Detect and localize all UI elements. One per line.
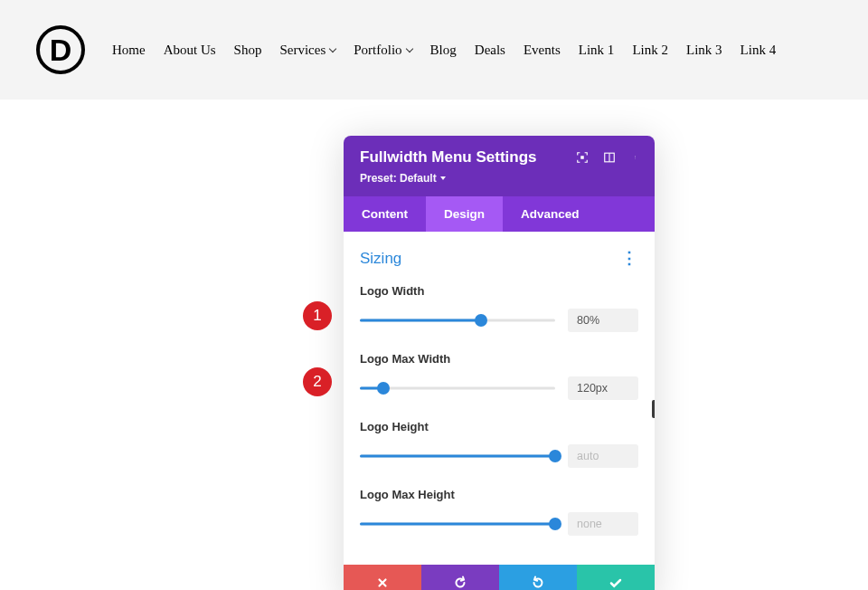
panel-actions bbox=[344, 565, 655, 590]
focus-icon[interactable] bbox=[575, 150, 590, 165]
nav-item-label: Shop bbox=[234, 43, 262, 58]
control-label: Logo Max Height bbox=[360, 488, 638, 501]
nav-item[interactable]: Link 3 bbox=[686, 43, 722, 58]
slider[interactable] bbox=[360, 381, 555, 395]
svg-rect-0 bbox=[580, 156, 584, 159]
slider[interactable] bbox=[360, 517, 555, 531]
nav-item[interactable]: Deals bbox=[475, 43, 505, 58]
control-input-row: 120px bbox=[360, 376, 638, 400]
nav-item-label: Events bbox=[524, 43, 561, 58]
nav-item[interactable]: Link 2 bbox=[632, 43, 668, 58]
control-row: Logo Heightauto bbox=[360, 420, 638, 468]
chevron-down-icon bbox=[329, 44, 336, 52]
nav-item[interactable]: Shop bbox=[234, 43, 262, 58]
nav-item-label: Services bbox=[279, 43, 326, 58]
tab-content[interactable]: Content bbox=[344, 196, 426, 232]
nav-item[interactable]: Portfolio bbox=[354, 43, 411, 58]
control-row: Logo Max Width120px bbox=[360, 352, 638, 400]
logo: D bbox=[36, 25, 85, 74]
nav-item[interactable]: Link 1 bbox=[579, 43, 615, 58]
nav-item[interactable]: Services bbox=[279, 43, 335, 58]
slider-thumb[interactable] bbox=[549, 450, 561, 462]
panel-tabs: ContentDesignAdvanced bbox=[344, 196, 655, 232]
cancel-button[interactable] bbox=[344, 565, 421, 590]
control-value-input[interactable]: none bbox=[568, 512, 638, 536]
nav-item[interactable]: Link 4 bbox=[741, 43, 777, 58]
control-value-input[interactable]: 120px bbox=[568, 376, 638, 400]
panel-header: Fullwidth Menu Settings Preset: Default bbox=[344, 136, 655, 196]
slider-thumb[interactable] bbox=[549, 518, 561, 530]
chevron-down-icon bbox=[440, 176, 446, 180]
nav-item-label: Portfolio bbox=[354, 43, 401, 58]
controls-list: Logo Width80%Logo Max Width120pxLogo Hei… bbox=[360, 284, 638, 536]
nav-item-label: Link 4 bbox=[741, 43, 777, 58]
chevron-down-icon bbox=[405, 44, 412, 52]
control-input-row: 80% bbox=[360, 309, 638, 332]
nav-item-label: Link 2 bbox=[632, 43, 668, 58]
scrollbar-thumb[interactable] bbox=[652, 400, 655, 418]
save-button[interactable] bbox=[577, 565, 655, 590]
main-nav: HomeAbout UsShopServicesPortfolioBlogDea… bbox=[112, 43, 776, 58]
svg-point-4 bbox=[635, 157, 636, 157]
nav-item-label: Link 3 bbox=[686, 43, 722, 58]
panel-header-actions bbox=[575, 150, 644, 165]
slider-thumb[interactable] bbox=[377, 382, 390, 395]
section-menu-icon[interactable]: ⋮ bbox=[621, 255, 638, 262]
control-input-row: auto bbox=[360, 444, 638, 468]
slider[interactable] bbox=[360, 449, 555, 463]
annotation-badge-1: 1 bbox=[303, 301, 332, 330]
more-icon[interactable] bbox=[629, 150, 644, 165]
page-header: D HomeAbout UsShopServicesPortfolioBlogD… bbox=[0, 0, 868, 100]
redo-button[interactable] bbox=[499, 565, 577, 590]
nav-item-label: Home bbox=[112, 43, 146, 58]
section-header: Sizing ⋮ bbox=[360, 250, 638, 268]
tab-advanced[interactable]: Advanced bbox=[503, 196, 598, 232]
nav-item[interactable]: Events bbox=[524, 43, 561, 58]
nav-item[interactable]: Blog bbox=[430, 43, 457, 58]
control-label: Logo Height bbox=[360, 420, 638, 433]
preset-selector[interactable]: Preset: Default bbox=[360, 172, 446, 185]
nav-item-label: About Us bbox=[164, 43, 216, 58]
slider-thumb[interactable] bbox=[475, 314, 487, 327]
nav-item[interactable]: About Us bbox=[164, 43, 216, 58]
control-label: Logo Width bbox=[360, 284, 638, 298]
slider[interactable] bbox=[360, 313, 555, 328]
columns-icon[interactable] bbox=[602, 150, 617, 165]
control-value-input[interactable]: auto bbox=[568, 444, 638, 468]
control-value-input[interactable]: 80% bbox=[568, 309, 638, 332]
control-row: Logo Width80% bbox=[360, 284, 638, 332]
section-title: Sizing bbox=[360, 250, 401, 268]
annotation-badge-2: 2 bbox=[303, 367, 332, 396]
control-row: Logo Max Heightnone bbox=[360, 488, 638, 536]
control-input-row: none bbox=[360, 512, 638, 536]
svg-point-3 bbox=[635, 156, 636, 157]
nav-item-label: Deals bbox=[475, 43, 505, 58]
nav-item-label: Link 1 bbox=[579, 43, 615, 58]
panel-body: Sizing ⋮ Logo Width80%Logo Max Width120p… bbox=[344, 232, 655, 565]
undo-button[interactable] bbox=[421, 565, 499, 590]
settings-panel: Fullwidth Menu Settings Preset: Default bbox=[344, 136, 655, 590]
nav-item[interactable]: Home bbox=[112, 43, 146, 58]
tab-design[interactable]: Design bbox=[426, 196, 503, 232]
control-label: Logo Max Width bbox=[360, 352, 638, 366]
svg-point-5 bbox=[635, 158, 636, 159]
preset-label: Preset: Default bbox=[360, 172, 437, 185]
nav-item-label: Blog bbox=[430, 43, 457, 58]
